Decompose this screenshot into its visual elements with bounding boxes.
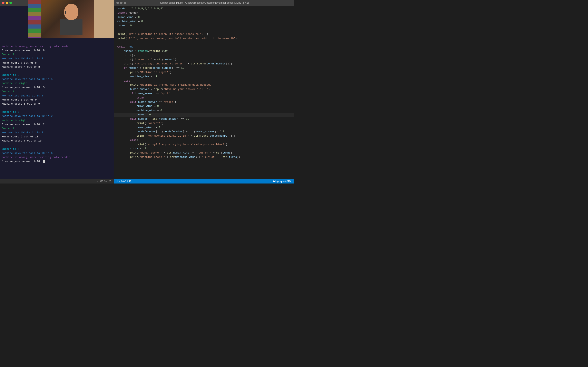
- webcam-overlay: [28, 0, 114, 38]
- code-line-1: bonds = [ 5,5,5,5,5,5,5,5,5,5 ]: [114, 7, 294, 11]
- shell-line: Give me your answer 1-10: 2: [2, 123, 112, 127]
- code-line-13: print ( 'Number is ' + str ( number )): [114, 58, 294, 62]
- shell-line: Human score 7 out of 8: [2, 61, 112, 65]
- shell-line: Now machine thinks it is 8: [2, 57, 112, 61]
- code-line-19: print ( 'Machine is wrong, more training…: [114, 83, 294, 87]
- code-line-24: human_wins = 0: [114, 104, 294, 108]
- code-line-35: print ( 'Human score ' + str ( human_win…: [114, 151, 294, 155]
- shell-line: [2, 106, 112, 110]
- code-line-15: if number + round ( bonds [ number ]) ==…: [114, 66, 294, 70]
- code-line-16: print ( 'Machine is right!' ): [114, 70, 294, 75]
- shell-line: Machine says the bond to 10 is 5: [2, 77, 112, 81]
- code-line-30: bonds [ number ] = ( bonds [ number ] + …: [114, 130, 294, 134]
- blog-brand: blogmywikiTV: [273, 180, 291, 183]
- shell-line: Number is 3: [2, 147, 112, 151]
- bookshelf: [28, 0, 41, 38]
- room-wall: [94, 0, 114, 38]
- code-line-18: else :: [114, 79, 294, 83]
- code-line-29: human_wins += 1: [114, 125, 294, 130]
- code-line-17: machine_wins += 1: [114, 75, 294, 79]
- code-line-2: import random: [114, 11, 294, 15]
- code-line-31: print ( 'Now machine thinks it is ' + st…: [114, 134, 294, 138]
- code-line-34: turns += 1: [114, 147, 294, 151]
- code-line-28: print ( 'Correct!' ): [114, 121, 294, 125]
- code-line-33: print ( 'Wrong! Are you trying to mislea…: [114, 142, 294, 147]
- maximize-button-inactive[interactable]: [124, 2, 126, 4]
- shell-line: Give me your answer 1-10: 5: [2, 85, 112, 90]
- webcam-feed: [28, 0, 114, 38]
- shell-line: Machine score 4 out of 8: [2, 65, 112, 69]
- code-line-14: print ( 'Machine says the bond to 10 is …: [114, 62, 294, 66]
- code-line-23: elif human_answer == 'reset' :: [114, 100, 294, 104]
- shell-line: Human score 9 out of 10: [2, 135, 112, 139]
- person-body: [60, 19, 82, 35]
- code-line-12: print (): [114, 53, 294, 58]
- minimize-button-inactive[interactable]: [120, 2, 122, 4]
- code-editor-pane: number-bonds-ML.py - /Users/gilesbooth/D…: [114, 0, 294, 184]
- shell-line: Machine score 5 out of 9: [2, 102, 112, 106]
- maximize-button[interactable]: [9, 2, 12, 4]
- shell-line: Correct!: [2, 53, 112, 57]
- code-line-9: [114, 41, 294, 45]
- shell-line: [2, 69, 112, 73]
- code-line-4: machine_wins = 0: [114, 19, 294, 24]
- person: [55, 2, 87, 36]
- shell-line: Machine says the bond to 10 is 6: [2, 151, 112, 155]
- code-line-10: while True :: [114, 45, 294, 49]
- editor-title: number-bonds-ML.py - /Users/gilesbooth/D…: [160, 1, 249, 4]
- shell-cursor-pos: Ln: 925 Col: 25: [96, 180, 111, 183]
- shell-line: Correct!: [2, 90, 112, 94]
- code-line-7: print ( 'Train a machine to learn its nu…: [114, 32, 294, 36]
- shell-line: Machine is wrong, more training data nee…: [2, 44, 112, 49]
- window-buttons[interactable]: [2, 2, 12, 4]
- editor-status-bar: Ln: 26 Col: 17 blogmywikiTV: [114, 179, 294, 184]
- close-button[interactable]: [2, 2, 4, 4]
- code-line-26-active: turns = 0: [114, 113, 294, 117]
- code-line-22: break: [114, 96, 294, 100]
- shell-status-bar: Ln: 925 Col: 25: [0, 179, 114, 184]
- code-content[interactable]: bonds = [ 5,5,5,5,5,5,5,5,5,5 ] import r…: [114, 6, 294, 179]
- shell-line: Machine says the bond to 10 is 2: [2, 114, 112, 118]
- shell-line: Human score 8 out of 9: [2, 98, 112, 102]
- code-line-32: else :: [114, 138, 294, 142]
- shell-line: Give me your answer 1-10: 8: [2, 49, 112, 53]
- editor-title-bar: number-bonds-ML.py - /Users/gilesbooth/D…: [114, 0, 294, 6]
- shell-line: Correct!: [2, 127, 112, 131]
- shell-line: Machine is wrong, more training data nee…: [2, 155, 112, 159]
- shell-line: Machine is right!: [2, 81, 112, 85]
- code-line-8: print ( 'If I give you an number, you te…: [114, 36, 294, 41]
- code-line-5: turns = 0: [114, 24, 294, 28]
- code-line-21: if human_answer == 'quit' :: [114, 92, 294, 96]
- code-line-11: number = random . randint ( 0 , 9 ): [114, 49, 294, 53]
- code-line-6: [114, 28, 294, 32]
- code-line-3: human_wins = 0: [114, 15, 294, 20]
- close-button-inactive[interactable]: [116, 2, 119, 4]
- shell-line: Machine is right!: [2, 118, 112, 123]
- code-line-20: human_answer = input ( 'Give me your ans…: [114, 87, 294, 92]
- code-line-25: machine_wins = 0: [114, 108, 294, 113]
- minimize-button[interactable]: [6, 2, 8, 4]
- shell-line: Give me your answer 1-10:: [2, 159, 112, 164]
- shell-line: Machine score 6 out of 10: [2, 139, 112, 143]
- editor-cursor-pos: Ln: 26 Col: 17: [117, 180, 131, 183]
- shell-line: Now machine thinks it is 2: [2, 131, 112, 135]
- shell-line: Number is 5: [2, 73, 112, 77]
- person-head: [64, 4, 78, 20]
- shell-line: [2, 143, 112, 147]
- shell-line: Now machine thinks it is 5: [2, 94, 112, 98]
- glasses: [65, 11, 77, 14]
- code-line-36: print ( 'Machine score ' + str ( machine…: [114, 155, 294, 159]
- editor-window-buttons[interactable]: [116, 2, 126, 4]
- shell-line: Number is 8: [2, 110, 112, 114]
- code-line-27: elif number + int ( human_answer ) == 10…: [114, 117, 294, 121]
- python-shell-pane: *Python 3.7.1 Shell* Machine is wrong, m…: [0, 0, 114, 184]
